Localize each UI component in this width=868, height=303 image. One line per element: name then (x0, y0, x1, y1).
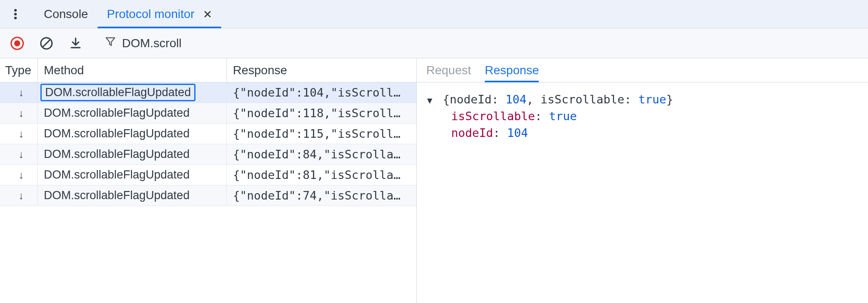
row-response: {"nodeId":115,"isScroll… (227, 124, 416, 144)
tree-property[interactable]: nodeId: 104 (427, 124, 858, 141)
colon: : (493, 126, 507, 139)
row-response: {"nodeId":84,"isScrolla… (227, 144, 416, 164)
row-response: {"nodeId":104,"isScroll… (227, 82, 416, 103)
row-method: DOM.scrollableFlagUpdated (38, 144, 227, 164)
row-response: {"nodeId":74,"isScrolla… (227, 185, 416, 206)
summary-bool-value: true (638, 93, 666, 106)
table-row[interactable]: ↓DOM.scrollableFlagUpdated{"nodeId":115,… (0, 124, 416, 144)
row-type-arrow-icon: ↓ (0, 144, 38, 164)
colon: : (535, 109, 549, 123)
tree-root[interactable]: ▼ {nodeId: 104, isScrollable: true} (427, 91, 858, 108)
row-type-arrow-icon: ↓ (0, 165, 38, 185)
svg-point-0 (14, 9, 17, 12)
disclosure-triangle-icon[interactable]: ▼ (427, 94, 436, 107)
table-row[interactable]: ↓DOM.scrollableFlagUpdated{"nodeId":84,"… (0, 144, 416, 165)
main-split: Type Method Response ↓DOM.scrollableFlag… (0, 58, 868, 303)
response-tree: ▼ {nodeId: 104, isScrollable: true} isSc… (417, 82, 868, 150)
row-type-arrow-icon: ↓ (0, 185, 38, 206)
kebab-menu-icon[interactable] (7, 9, 24, 20)
protocol-toolbar (0, 28, 868, 58)
tree-property[interactable]: isScrollable: true (427, 108, 858, 124)
row-response: {"nodeId":118,"isScroll… (227, 103, 416, 123)
tab-request[interactable]: Request (426, 58, 471, 82)
header-response[interactable]: Response (227, 58, 416, 82)
brace-close: } (666, 93, 673, 106)
row-type-arrow-icon: ↓ (0, 82, 38, 103)
row-type-arrow-icon: ↓ (0, 103, 38, 123)
tab-label: Protocol monitor (107, 7, 195, 21)
header-method[interactable]: Method (38, 58, 227, 82)
property-value: true (549, 109, 577, 123)
detail-pane: Request Response ▼ {nodeId: 104, isScrol… (417, 58, 868, 303)
table-row[interactable]: ↓DOM.scrollableFlagUpdated{"nodeId":104,… (0, 82, 416, 103)
filter-icon (105, 36, 116, 50)
row-type-arrow-icon: ↓ (0, 124, 38, 144)
svg-point-4 (14, 40, 20, 46)
panel-tab-console[interactable]: Console (34, 0, 98, 28)
header-type[interactable]: Type (0, 58, 38, 82)
panel-tabbar: ConsoleProtocol monitor (0, 0, 868, 28)
summary-sep: , isScrollable: (526, 93, 638, 106)
row-method: DOM.scrollableFlagUpdated (38, 124, 227, 144)
svg-line-6 (43, 40, 50, 47)
panel-tab-protocol-monitor[interactable]: Protocol monitor (98, 0, 221, 28)
event-table: Type Method Response ↓DOM.scrollableFlag… (0, 58, 417, 303)
clear-button[interactable] (38, 35, 55, 52)
brace-open: {nodeId: (443, 93, 505, 106)
close-icon[interactable] (203, 10, 212, 18)
property-key: nodeId (451, 126, 493, 139)
row-method: DOM.scrollableFlagUpdated (38, 165, 227, 185)
svg-point-1 (14, 13, 17, 15)
filter-input[interactable] (122, 36, 851, 50)
table-body: ↓DOM.scrollableFlagUpdated{"nodeId":104,… (0, 82, 416, 303)
record-button[interactable] (9, 35, 26, 52)
table-row[interactable]: ↓DOM.scrollableFlagUpdated{"nodeId":74,"… (0, 185, 416, 206)
detail-tabs: Request Response (417, 58, 868, 82)
summary-nodeid-value: 104 (506, 93, 527, 106)
table-row[interactable]: ↓DOM.scrollableFlagUpdated{"nodeId":118,… (0, 103, 416, 124)
table-row[interactable]: ↓DOM.scrollableFlagUpdated{"nodeId":81,"… (0, 165, 416, 185)
tab-response[interactable]: Response (485, 58, 539, 82)
property-value: 104 (507, 126, 528, 139)
table-header: Type Method Response (0, 58, 416, 82)
row-method: DOM.scrollableFlagUpdated (38, 103, 227, 123)
svg-point-2 (14, 17, 17, 19)
row-method: DOM.scrollableFlagUpdated (38, 185, 227, 206)
property-key: isScrollable (451, 109, 535, 123)
filter-field[interactable] (96, 33, 859, 54)
row-response: {"nodeId":81,"isScrolla… (227, 165, 416, 185)
row-method: DOM.scrollableFlagUpdated (38, 82, 227, 103)
tab-label: Console (44, 7, 88, 21)
save-button[interactable] (67, 35, 84, 52)
